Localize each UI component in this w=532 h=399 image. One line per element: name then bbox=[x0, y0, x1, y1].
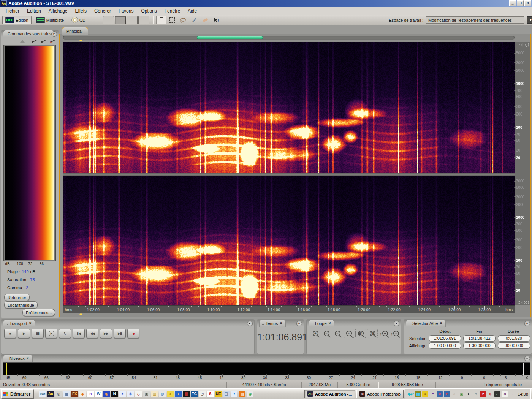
channel-divider[interactable] bbox=[63, 173, 515, 176]
quicklaunch-wizard[interactable]: ✶ bbox=[119, 391, 126, 397]
zoom-selection-left-button[interactable]: ◧ bbox=[355, 329, 366, 338]
menu-item[interactable]: Générer bbox=[91, 8, 114, 14]
restore-button[interactable]: ❐ bbox=[517, 0, 524, 6]
waveform-display-button[interactable] bbox=[103, 16, 114, 24]
tray-flag[interactable]: ⚑ bbox=[429, 391, 435, 397]
zoom-to-selection-button[interactable]: ▫ bbox=[344, 329, 354, 338]
menu-item[interactable]: Aide bbox=[184, 8, 200, 14]
quicklaunch-clock[interactable]: ◷ bbox=[199, 391, 206, 397]
quicklaunch-coin[interactable]: ● bbox=[167, 391, 174, 397]
panel-menu-button[interactable]: ▸ bbox=[524, 321, 530, 326]
tab-commandes-spectrales[interactable]: Commandes spectrales bbox=[3, 30, 54, 37]
tray-lightning-2[interactable]: 2 bbox=[480, 391, 486, 397]
close-button[interactable]: × bbox=[524, 0, 531, 6]
zoom-out-vertical-button[interactable]: − bbox=[390, 329, 400, 338]
menu-item[interactable]: Affichage bbox=[45, 8, 71, 14]
spectrogram-left-channel[interactable] bbox=[63, 42, 515, 173]
panel-menu-button[interactable]: ▸ bbox=[296, 321, 302, 326]
tray-cursor[interactable]: ➤ bbox=[466, 391, 472, 397]
tab-principal[interactable]: Principal bbox=[62, 27, 88, 35]
close-tab-icon[interactable]: × bbox=[29, 321, 32, 325]
quicklaunch-audition[interactable]: Au bbox=[47, 391, 54, 397]
record-button[interactable]: ● bbox=[127, 329, 139, 338]
time-field-end[interactable]: 1:30:00.000 bbox=[463, 342, 496, 349]
quicklaunch-ue[interactable]: UE bbox=[215, 391, 222, 397]
task-audition[interactable]: Au Adobe Audition -... bbox=[304, 390, 355, 398]
task-photoshop[interactable]: ◙ Adobe Photoshop bbox=[356, 390, 403, 398]
spectral-frequency-display-button[interactable] bbox=[115, 16, 126, 24]
quicklaunch-onenote[interactable]: n bbox=[87, 391, 94, 397]
quicklaunch-sbp[interactable]: S bbox=[207, 391, 214, 397]
retourner-button[interactable]: Retourner bbox=[4, 294, 30, 301]
minimize-button[interactable]: _ bbox=[509, 0, 516, 6]
eyedropper-plus-icon[interactable] bbox=[31, 39, 37, 43]
zoom-full-button[interactable]: − bbox=[332, 329, 342, 338]
menu-item[interactable]: Favoris bbox=[115, 8, 137, 14]
tray-temperature[interactable]: 44° bbox=[408, 392, 414, 396]
gradient-edit-icon[interactable] bbox=[49, 39, 55, 43]
time-field-start[interactable]: 1:00:00.000 bbox=[429, 342, 461, 349]
menu-item[interactable]: Edition bbox=[24, 8, 44, 14]
menu-item[interactable]: Fichier bbox=[2, 8, 23, 14]
panel-menu-button[interactable]: ▸ bbox=[524, 356, 530, 361]
healing-tool-button[interactable] bbox=[200, 16, 210, 24]
quicklaunch-briefcase[interactable]: ◆ bbox=[79, 391, 86, 397]
zoom-in-vertical-button[interactable]: + bbox=[379, 329, 389, 338]
quicklaunch-plane[interactable]: ✈ bbox=[231, 391, 238, 397]
slider-triangle-icon[interactable] bbox=[20, 40, 25, 43]
editable-value[interactable]: 140 bbox=[22, 269, 28, 274]
time-field-duration[interactable]: 0:01.520 bbox=[498, 335, 530, 342]
zoom-out-horizontal-button[interactable]: − bbox=[321, 329, 331, 338]
quicklaunch-calculator[interactable]: ▦ bbox=[63, 391, 70, 397]
quicklaunch-snow[interactable]: ❋ bbox=[127, 391, 134, 397]
tab-loupe[interactable]: Loupe × bbox=[309, 320, 334, 327]
quicklaunch-planet[interactable]: ◉ bbox=[103, 391, 110, 397]
panel-menu-button[interactable]: ▸ bbox=[247, 321, 253, 326]
lasso-selection-tool-button[interactable] bbox=[178, 16, 188, 24]
quicklaunch-keyboard[interactable]: ⌨ bbox=[39, 391, 46, 397]
tray-net-off-1[interactable]: ✕ bbox=[437, 391, 443, 397]
eyedropper-icon[interactable] bbox=[40, 39, 46, 43]
pause-button[interactable]: ▮▮ bbox=[32, 329, 44, 338]
spectral-phase-display-button[interactable] bbox=[138, 16, 149, 24]
tray-bars[interactable]: ≡ bbox=[422, 391, 428, 397]
quicklaunch-chart[interactable]: ▥ bbox=[151, 391, 158, 397]
time-field-end[interactable]: 1:01:08.412 bbox=[463, 335, 496, 342]
tray-cd-blocked[interactable]: ◌ bbox=[451, 391, 457, 397]
marquee-selection-tool-button[interactable] bbox=[167, 16, 177, 24]
start-button[interactable]: Démarrer bbox=[1, 390, 34, 399]
workspace-dropdown-arrow[interactable]: ▼ bbox=[527, 16, 532, 24]
brush-tool-button[interactable] bbox=[189, 16, 199, 24]
tray-mouse[interactable]: ȣ bbox=[502, 391, 508, 397]
zoom-in-horizontal-button[interactable]: + bbox=[310, 329, 320, 338]
zoom-selection-right-button[interactable]: ◨ bbox=[367, 329, 378, 338]
goto-start-button[interactable]: ▮◀ bbox=[73, 329, 85, 338]
playhead-marker-bottom[interactable] bbox=[79, 313, 83, 315]
time-field-start[interactable]: 1:01:06.891 bbox=[429, 335, 461, 342]
tray-dollar[interactable]: $ bbox=[487, 391, 493, 397]
panel-menu-button[interactable]: ▸ bbox=[51, 31, 57, 37]
quicklaunch-fx[interactable]: FX bbox=[71, 391, 78, 397]
spectral-palette-gradient[interactable] bbox=[4, 45, 55, 261]
editable-value[interactable]: 2 bbox=[26, 285, 28, 290]
tray-pen-hand[interactable]: ✎ bbox=[473, 391, 479, 397]
play-circled-button[interactable]: ▶ bbox=[45, 329, 57, 338]
logarithmique-button[interactable]: Logarithmique bbox=[4, 301, 38, 309]
panel-menu-button[interactable]: ▸ bbox=[394, 321, 399, 326]
playhead-marker-top[interactable] bbox=[79, 40, 83, 42]
scrub-tool-button[interactable] bbox=[211, 16, 221, 24]
quicklaunch-comet[interactable]: ◗ bbox=[175, 391, 182, 397]
quicklaunch-notepad-n[interactable]: N bbox=[111, 391, 118, 397]
tray-pause-blue[interactable]: ▮▮ bbox=[415, 391, 421, 397]
cd-view-button[interactable]: CD bbox=[68, 16, 89, 24]
tray-package[interactable]: ▣ bbox=[458, 391, 464, 397]
tab-transport[interactable]: Transport × bbox=[3, 320, 35, 327]
tray-net-off-2[interactable]: ✕ bbox=[444, 391, 450, 397]
horizontal-scrollbar[interactable] bbox=[63, 36, 515, 40]
scrollbar-thumb[interactable] bbox=[197, 36, 263, 39]
quicklaunch-photoshop-eye[interactable]: ▓ bbox=[183, 391, 190, 397]
edition-view-button[interactable]: Edition bbox=[2, 16, 32, 24]
menu-item[interactable]: Fenêtre bbox=[161, 8, 184, 14]
time-selection-tool-button[interactable] bbox=[156, 16, 166, 24]
quicklaunch-tag[interactable]: ◇ bbox=[135, 391, 142, 397]
